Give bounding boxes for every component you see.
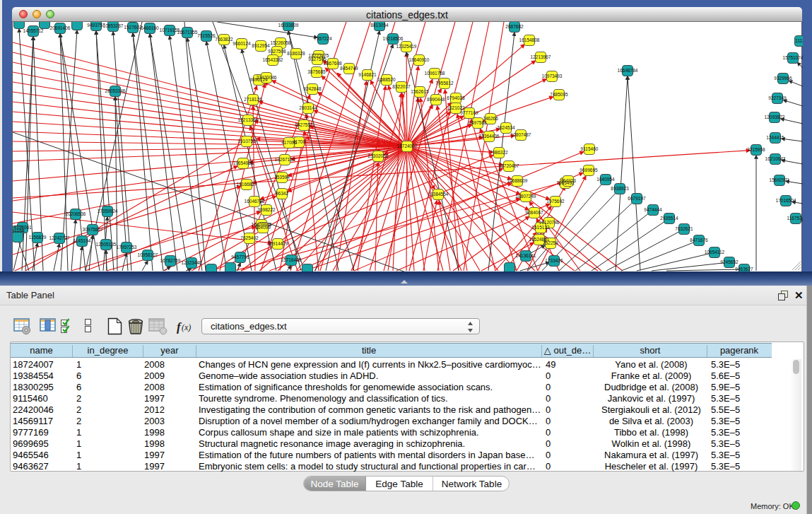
svg-text:9115460: 9115460 [581, 146, 599, 151]
svg-text:17957253: 17957253 [117, 245, 137, 250]
svg-text:14136141: 14136141 [516, 253, 536, 258]
svg-text:8813054: 8813054 [370, 23, 389, 28]
svg-text:1527602: 1527602 [124, 25, 142, 30]
svg-text:8427552: 8427552 [295, 122, 313, 127]
svg-text:9245652: 9245652 [720, 259, 739, 264]
svg-text:18724007: 18724007 [397, 144, 418, 148]
svg-text:16210643: 16210643 [765, 156, 786, 161]
svg-text:10654112: 10654112 [705, 250, 725, 255]
svg-text:9227349: 9227349 [768, 95, 787, 100]
svg-text:19166827: 19166827 [237, 182, 257, 187]
svg-text:8322037: 8322037 [392, 84, 411, 89]
svg-text:17016504: 17016504 [776, 198, 796, 203]
svg-text:10973493: 10973493 [542, 74, 563, 78]
svg-text:9474444: 9474444 [644, 207, 662, 212]
svg-text:12505135: 12505135 [96, 242, 117, 247]
svg-text:964923: 964923 [560, 178, 576, 183]
svg-text:1562615: 1562615 [411, 89, 429, 94]
svg-text:1112: 1112 [795, 38, 803, 43]
svg-text:9660124: 9660124 [233, 41, 251, 46]
svg-text:15226058: 15226058 [271, 40, 291, 45]
svg-text:3215958: 3215958 [747, 147, 765, 152]
svg-text:2867608: 2867608 [324, 61, 342, 66]
svg-text:1975692: 1975692 [546, 199, 565, 204]
svg-text:16033809: 16033809 [278, 23, 299, 28]
svg-text:15716485: 15716485 [281, 257, 302, 262]
svg-text:1156829: 1156829 [29, 235, 47, 240]
svg-text:3624534: 3624534 [497, 125, 515, 130]
svg-text:1145194: 1145194 [73, 238, 91, 243]
svg-text:391154: 391154 [13, 228, 25, 233]
svg-text:16914479: 16914479 [268, 241, 288, 246]
svg-text:16046788: 16046788 [245, 199, 265, 204]
svg-text:9084067: 9084067 [525, 210, 543, 215]
svg-text:9146821: 9146821 [358, 72, 377, 77]
svg-text:8454749: 8454749 [340, 66, 358, 71]
svg-text:164099: 164099 [255, 225, 271, 230]
svg-text:3875685: 3875685 [307, 69, 326, 74]
svg-text:12093872: 12093872 [765, 115, 785, 119]
svg-text:7357224: 7357224 [314, 36, 332, 41]
svg-text:6794028: 6794028 [447, 95, 465, 100]
svg-text:9699695: 9699695 [579, 168, 598, 173]
svg-text:1615132: 1615132 [531, 225, 550, 230]
svg-text:16154808: 16154808 [519, 37, 540, 42]
svg-text:16671355: 16671355 [177, 30, 198, 35]
svg-text:14055712: 14055712 [23, 28, 44, 33]
svg-text:18807249: 18807249 [516, 194, 536, 199]
svg-text:12213967: 12213967 [531, 54, 551, 59]
svg-text:9463627: 9463627 [735, 267, 753, 271]
svg-text:20206536: 20206536 [66, 211, 86, 216]
svg-text:9329966: 9329966 [774, 76, 792, 81]
svg-text:10807487: 10807487 [511, 132, 531, 137]
svg-text:9457791: 9457791 [231, 255, 249, 259]
svg-text:9777169: 9777169 [460, 110, 478, 115]
svg-text:252254: 252254 [543, 240, 558, 245]
svg-text:1640954: 1640954 [596, 177, 615, 182]
svg-text:96342: 96342 [276, 191, 288, 196]
svg-text:1910755: 1910755 [237, 139, 256, 144]
svg-text:12242737: 12242737 [49, 235, 70, 240]
svg-text:12325419: 12325419 [396, 44, 417, 49]
svg-text:8471676: 8471676 [690, 238, 708, 243]
svg-text:153594: 153594 [274, 175, 290, 180]
svg-text:8912954: 8912954 [252, 43, 270, 48]
svg-text:10961758: 10961758 [425, 71, 445, 76]
svg-text:6679197: 6679197 [628, 196, 646, 201]
svg-text:19384554: 19384554 [428, 192, 449, 197]
svg-text:7515526: 7515526 [197, 33, 216, 38]
svg-text:8990448: 8990448 [427, 97, 445, 102]
svg-text:17359924: 17359924 [98, 209, 118, 214]
svg-text:7663822: 7663822 [215, 37, 233, 42]
svg-text:9327508: 9327508 [268, 49, 286, 54]
svg-text:1733426: 1733426 [545, 258, 563, 263]
svg-text:8186328: 8186328 [287, 51, 305, 56]
svg-text:9242848: 9242848 [303, 86, 322, 91]
svg-text:1167534: 1167534 [787, 216, 803, 221]
svg-text:417006: 417006 [281, 140, 297, 145]
svg-text:21364436: 21364436 [479, 134, 500, 139]
svg-text:16543382: 16543382 [263, 57, 283, 62]
svg-text:2935514: 2935514 [660, 216, 678, 221]
svg-text:6497568: 6497568 [469, 120, 487, 125]
svg-text:23420046: 23420046 [257, 75, 277, 80]
svg-text:28053346: 28053346 [105, 88, 126, 93]
svg-text:23302033: 23302033 [368, 153, 389, 158]
svg-text:7955812: 7955812 [435, 81, 454, 86]
svg-text:7632621: 7632621 [675, 226, 693, 231]
svg-text:10688609: 10688609 [507, 178, 528, 183]
svg-text:2718126: 2718126 [244, 97, 262, 102]
svg-text:8938923: 8938923 [611, 186, 629, 191]
svg-text:16782759: 16782759 [160, 258, 181, 263]
svg-text:746266: 746266 [483, 116, 498, 121]
svg-text:13267130: 13267130 [275, 157, 295, 162]
svg-text:19218506: 19218506 [383, 36, 404, 41]
svg-text:19654985: 19654985 [233, 160, 254, 165]
svg-text:7625402: 7625402 [240, 235, 259, 240]
svg-text:16120746: 16120746 [539, 220, 560, 225]
svg-text:1621022: 1621022 [447, 105, 465, 110]
svg-text:6466160: 6466160 [141, 25, 159, 30]
svg-text:15751074: 15751074 [783, 55, 803, 60]
svg-text:10958107: 10958107 [138, 252, 158, 257]
svg-text:(x): (x) [182, 322, 191, 332]
